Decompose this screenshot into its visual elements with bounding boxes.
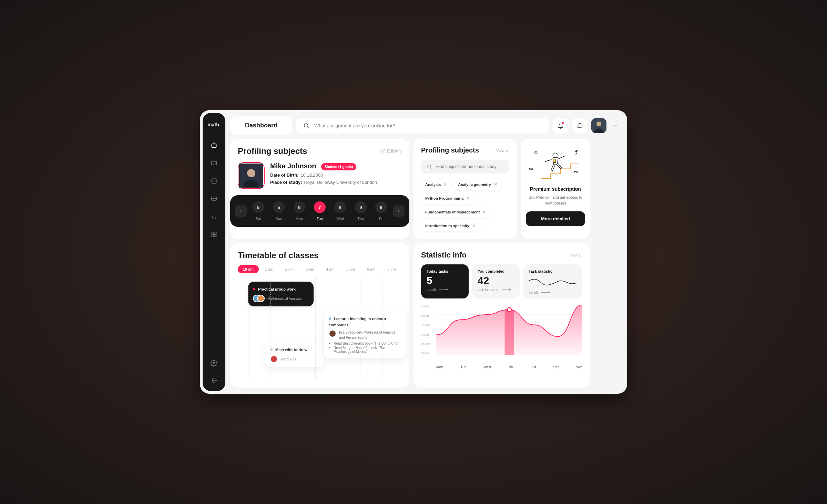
profile-card: Profiling subjects Edit info Mike xyxy=(230,139,409,239)
topbar: Dashboard xyxy=(230,116,621,135)
user-menu-toggle[interactable] xyxy=(610,118,621,134)
day-thu[interactable]: 9Thu xyxy=(355,201,367,221)
profile-section-title: Profiling subjects xyxy=(238,146,307,156)
event-dot-icon xyxy=(253,288,255,290)
nav-card-icon[interactable] xyxy=(210,195,218,202)
timetable-section-title: Timetable of classes xyxy=(238,251,402,260)
subject-tag[interactable]: Python Programming✕ xyxy=(421,193,474,204)
premium-illustration xyxy=(526,145,585,183)
week-next-button[interactable] xyxy=(393,205,405,217)
chart-x-label: Thu xyxy=(508,365,514,369)
participant-avatars xyxy=(253,295,265,302)
participant-avatar xyxy=(270,355,278,363)
day-sat[interactable]: 5Sat xyxy=(253,201,264,221)
nav-logout-icon[interactable] xyxy=(210,377,218,384)
svg-point-22 xyxy=(507,308,511,312)
search-icon xyxy=(427,164,432,169)
event-lecture[interactable]: Lecture: Investing in unicorn companies … xyxy=(324,311,407,358)
svg-rect-3 xyxy=(214,232,216,234)
svg-rect-21 xyxy=(505,310,514,355)
timetable-card: Timetable of classes 10 am1 pm2 pm3 pm4 … xyxy=(230,243,409,388)
nav-apps-icon[interactable] xyxy=(210,231,218,238)
messages-button[interactable] xyxy=(572,118,588,134)
sidebar-nav xyxy=(210,141,218,359)
search-icon xyxy=(303,123,309,129)
notification-dot xyxy=(562,122,564,124)
svg-point-9 xyxy=(596,122,601,126)
svg-rect-4 xyxy=(212,235,214,237)
chevron-left-icon xyxy=(239,209,243,213)
stats-card: Statistic info View all Today tasks 5 de… xyxy=(414,243,590,388)
nav-settings-icon[interactable] xyxy=(210,359,218,367)
premium-title: Premium subscription xyxy=(530,186,581,192)
chart-x-label: Fri xyxy=(532,365,536,369)
stats-view-all[interactable]: View all xyxy=(569,253,582,257)
arrow-icon xyxy=(541,292,550,293)
stat-task-statistic[interactable]: Task statistic details xyxy=(523,264,582,298)
search-input[interactable] xyxy=(314,123,542,128)
chevron-right-icon xyxy=(397,209,401,213)
chart-x-label: Sat xyxy=(553,365,559,369)
lecture-reading-item: Read Best Overall's book "The Bond King" xyxy=(334,342,402,345)
subjects-search[interactable] xyxy=(421,160,509,174)
lecture-reading-item: Read Morgan Housel's book "The Psycholog… xyxy=(334,346,402,354)
remove-tag-icon[interactable]: ✕ xyxy=(472,223,476,228)
subject-tags: Analysis✕Analytic geometry✕Python Progra… xyxy=(421,179,509,231)
subject-tag[interactable]: Analysis✕ xyxy=(421,179,451,190)
premium-cta-button[interactable]: More detailed xyxy=(526,211,585,226)
brand-logo: math. xyxy=(207,122,220,127)
arrow-icon xyxy=(502,290,511,290)
presenter-avatar xyxy=(329,330,336,337)
chart-x-label: Tue xyxy=(461,365,467,369)
subjects-view-all[interactable]: View all xyxy=(496,148,509,153)
time-label: 6 pm xyxy=(361,267,381,271)
nav-stats-icon[interactable] xyxy=(210,213,218,220)
svg-point-11 xyxy=(247,169,255,177)
user-avatar[interactable] xyxy=(591,118,606,133)
event-practical[interactable]: Practical group work Mathematical Analys… xyxy=(248,282,314,306)
time-label: 2 pm xyxy=(279,267,299,271)
day-tue[interactable]: 7Tue xyxy=(314,201,326,221)
day-wed[interactable]: 8Wed xyxy=(334,201,346,221)
profile-study: Royal Holloway University of London xyxy=(304,180,377,185)
global-search[interactable] xyxy=(296,118,549,134)
remove-tag-icon[interactable]: ✕ xyxy=(467,196,470,201)
content-grid: Profiling subjects Edit info Mike xyxy=(230,139,621,388)
chart-x-label: Sun xyxy=(576,365,582,369)
sidebar: math. xyxy=(203,113,225,391)
week-prev-button[interactable] xyxy=(235,205,247,217)
subject-tag[interactable]: Analytic geometry✕ xyxy=(454,179,501,190)
time-label: 5 pm xyxy=(340,267,361,271)
nav-home-icon[interactable] xyxy=(210,141,218,149)
student-badge: Student (1 grade) xyxy=(321,163,356,170)
time-label: 4 pm xyxy=(320,267,340,271)
chat-icon xyxy=(577,123,583,129)
remove-tag-icon[interactable]: ✕ xyxy=(443,182,447,187)
app-window: math. xyxy=(200,110,627,394)
day-mon[interactable]: 6Mon xyxy=(294,201,305,221)
day-sun[interactable]: 5Sun xyxy=(273,201,285,221)
subjects-search-input[interactable] xyxy=(436,164,504,169)
subjects-section-title: Profiling subjects xyxy=(421,146,479,154)
nav-folder-icon[interactable] xyxy=(210,159,218,167)
remove-tag-icon[interactable]: ✕ xyxy=(494,182,497,187)
edit-info-button[interactable]: Edit info xyxy=(380,149,402,154)
time-label: 3 pm xyxy=(300,267,320,271)
profile-picture[interactable] xyxy=(238,162,265,189)
nav-calendar-icon[interactable] xyxy=(210,177,218,185)
subject-tag[interactable]: Fundamentals of Management✕ xyxy=(421,207,490,218)
page-title: Dashboard xyxy=(230,116,292,135)
notifications-button[interactable] xyxy=(553,118,569,134)
stat-today-tasks[interactable]: Today tasks 5 details xyxy=(421,264,469,298)
svg-rect-14 xyxy=(553,159,556,163)
svg-rect-2 xyxy=(212,232,214,234)
svg-point-7 xyxy=(304,124,308,127)
event-dot-icon xyxy=(329,317,331,320)
svg-point-6 xyxy=(213,363,215,364)
area-chart: 2h30m2h0m1h30m1h0m0h30m0h0m xyxy=(421,305,582,363)
stat-completed[interactable]: You completed 42 task for month xyxy=(472,264,520,298)
subject-tag[interactable]: Introduction to specialty✕ xyxy=(421,220,480,231)
day-fri[interactable]: 9Fri xyxy=(375,201,387,221)
stats-section-title: Statistic info xyxy=(421,251,467,260)
remove-tag-icon[interactable]: ✕ xyxy=(482,210,486,214)
